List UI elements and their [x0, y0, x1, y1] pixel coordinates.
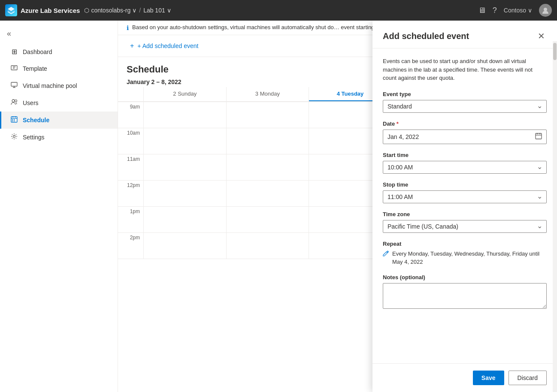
add-event-panel: Add scheduled event ✕ Events can be used…	[372, 21, 557, 392]
info-text: Based on your auto-shutdown settings, vi…	[132, 24, 376, 30]
add-scheduled-event-button[interactable]: + + Add scheduled event	[127, 40, 202, 51]
svg-rect-11	[536, 133, 542, 139]
monitor-icon[interactable]: 🖥	[478, 6, 486, 15]
resource-group-label: contosolabs-rg	[91, 7, 130, 14]
stop-time-select[interactable]: 10:00 AM 11:00 AM 12:00 PM 1:00 PM	[383, 190, 547, 203]
date-input[interactable]: Jan 4, 2022	[383, 130, 547, 144]
timezone-group: Time zone Pacific Time (US, Canada) East…	[383, 211, 547, 233]
time-label-12pm: 12pm	[118, 181, 144, 206]
event-type-group: Event type Standard Lab Start Only Lab S…	[383, 91, 547, 113]
add-event-label: + Add scheduled event	[137, 42, 198, 49]
date-label: Date *	[383, 121, 547, 127]
avatar[interactable]	[539, 4, 552, 17]
sidebar-label-vm-pool: Virtual machine pool	[23, 82, 77, 89]
svg-rect-8	[12, 121, 13, 121]
date-group: Date * Jan 4, 2022	[383, 121, 547, 144]
topnav: Azure Lab Services ⬡ contosolabs-rg ∨ / …	[0, 0, 557, 21]
cell-mon-9am[interactable]	[227, 102, 309, 128]
time-label-2pm: 2pm	[118, 233, 144, 259]
event-type-label: Event type	[383, 91, 547, 97]
time-header	[118, 87, 144, 101]
svg-point-10	[13, 136, 15, 138]
notes-label: Notes (optional)	[383, 274, 547, 280]
panel-title: Add scheduled event	[383, 31, 469, 41]
sidebar-collapse-button[interactable]: «	[5, 27, 13, 40]
cell-mon-12pm[interactable]	[227, 181, 309, 206]
event-type-select[interactable]: Standard Lab Start Only Lab Stop Only	[383, 100, 547, 113]
lab-chevron: ∨	[167, 7, 171, 14]
main-container: ℹ Based on your auto-shutdown settings, …	[118, 21, 557, 392]
cell-mon-10am[interactable]	[227, 128, 309, 154]
scrollbar[interactable]	[553, 41, 557, 392]
template-icon	[10, 64, 18, 73]
panel-close-button[interactable]: ✕	[536, 29, 547, 43]
save-button[interactable]: Save	[473, 371, 504, 385]
timezone-select-wrapper: Pacific Time (US, Canada) Eastern Time (…	[383, 220, 547, 233]
timezone-select[interactable]: Pacific Time (US, Canada) Eastern Time (…	[383, 220, 547, 233]
start-time-select[interactable]: 8:00 AM 9:00 AM 10:00 AM 11:00 AM 12:00 …	[383, 161, 547, 174]
resource-group-icon: ⬡	[84, 7, 89, 14]
discard-button[interactable]: Discard	[509, 371, 547, 385]
sidebar-label-users: Users	[23, 100, 39, 106]
svg-rect-7	[14, 119, 15, 120]
time-label-9am: 9am	[118, 102, 144, 128]
app-title: Azure Lab Services	[21, 7, 80, 14]
cell-sun-11am[interactable]	[144, 154, 227, 180]
users-icon	[10, 99, 18, 107]
repeat-group: Repeat Every Monday, Tuesday, Wednesday,…	[383, 241, 547, 266]
sidebar-label-settings: Settings	[23, 134, 45, 141]
cell-sun-10am[interactable]	[144, 128, 227, 154]
day-header-sun: 2 Sunday	[144, 87, 227, 101]
panel-header: Add scheduled event ✕	[372, 21, 557, 48]
cell-mon-1pm[interactable]	[227, 207, 309, 232]
start-time-label: Start time	[383, 152, 547, 158]
dashboard-icon: ⊞	[10, 48, 18, 56]
cell-mon-2pm[interactable]	[227, 233, 309, 259]
vm-pool-icon	[10, 81, 18, 90]
date-required-star: *	[397, 121, 399, 127]
notes-input[interactable]	[383, 283, 547, 309]
sidebar-label-template: Template	[23, 65, 47, 72]
repeat-label: Repeat	[383, 241, 547, 247]
repeat-edit-icon[interactable]	[383, 250, 389, 258]
info-icon: ℹ	[127, 24, 129, 31]
user-label: Contoso	[504, 7, 526, 14]
panel-footer: Save Discard	[372, 363, 557, 392]
sidebar-label-schedule: Schedule	[23, 117, 49, 124]
user-chevron: ∨	[528, 7, 532, 14]
app-logo[interactable]: Azure Lab Services	[5, 4, 80, 16]
start-time-group: Start time 8:00 AM 9:00 AM 10:00 AM 11:0…	[383, 152, 547, 174]
sidebar-item-users[interactable]: Users	[0, 94, 118, 112]
sidebar-collapse-area: «	[0, 24, 118, 43]
stop-time-select-wrapper: 10:00 AM 11:00 AM 12:00 PM 1:00 PM	[383, 190, 547, 203]
svg-rect-6	[12, 119, 13, 120]
cell-sun-12pm[interactable]	[144, 181, 227, 206]
sidebar-item-schedule[interactable]: Schedule	[0, 112, 118, 129]
panel-description: Events can be used to start up and/or sh…	[383, 57, 547, 82]
sidebar-item-template[interactable]: Template	[0, 60, 118, 77]
lab-link[interactable]: Lab 101 ∨	[143, 7, 171, 14]
time-label-11am: 11am	[118, 154, 144, 180]
cell-sun-1pm[interactable]	[144, 207, 227, 232]
resource-group-link[interactable]: ⬡ contosolabs-rg ∨	[84, 7, 136, 14]
cell-sun-2pm[interactable]	[144, 233, 227, 259]
calendar-icon	[535, 133, 542, 141]
svg-point-3	[12, 100, 15, 102]
breadcrumb: ⬡ contosolabs-rg ∨ / Lab 101 ∨	[84, 7, 171, 14]
cell-sun-9am[interactable]	[144, 102, 227, 128]
logo-icon	[5, 4, 17, 16]
cell-mon-11am[interactable]	[227, 154, 309, 180]
sidebar-item-settings[interactable]: Settings	[0, 129, 118, 146]
svg-point-4	[15, 100, 17, 102]
sidebar-item-vm-pool[interactable]: Virtual machine pool	[0, 77, 118, 94]
svg-rect-9	[14, 121, 15, 121]
help-icon[interactable]: ?	[493, 6, 497, 15]
notes-group: Notes (optional)	[383, 274, 547, 310]
user-menu[interactable]: Contoso ∨	[504, 7, 532, 14]
sidebar-item-dashboard[interactable]: ⊞ Dashboard	[0, 43, 118, 60]
sidebar-label-dashboard: Dashboard	[23, 48, 52, 55]
sidebar: « ⊞ Dashboard Template Virtual machin	[0, 21, 118, 392]
repeat-row: Every Monday, Tuesday, Wednesday, Thursd…	[383, 250, 547, 266]
schedule-icon	[10, 116, 18, 124]
svg-rect-2	[11, 82, 17, 86]
